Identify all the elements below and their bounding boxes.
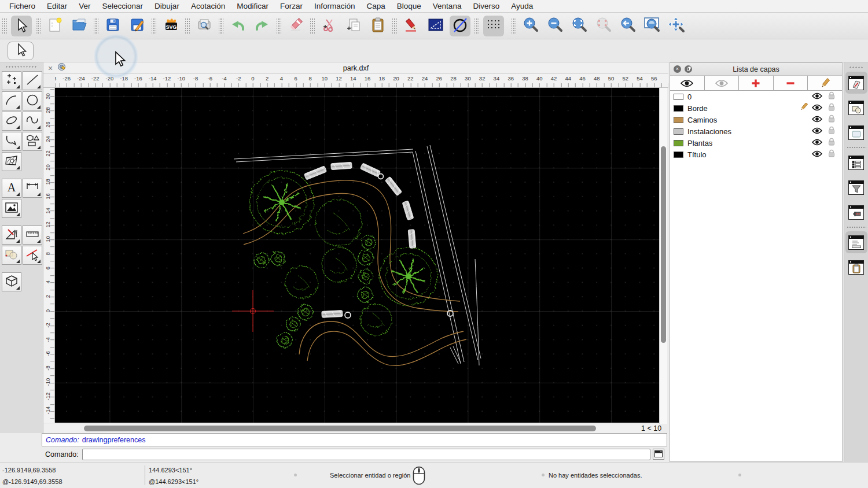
line-tool-button[interactable] (23, 71, 42, 90)
command-line-dock-button[interactable] (845, 231, 867, 253)
hide-all-layers-button[interactable] (705, 76, 740, 90)
toolbar-drag-handle[interactable] (36, 19, 41, 34)
open-file-button[interactable] (69, 16, 90, 36)
insert-image-button[interactable] (2, 199, 21, 218)
add-layer-button[interactable] (739, 76, 774, 90)
toolbar-drag-handle[interactable] (219, 19, 223, 34)
paste-button[interactable] (367, 16, 388, 36)
layer-row-0[interactable]: 0 (670, 91, 842, 102)
dimension-tool-button[interactable] (23, 179, 42, 198)
menu-modificar[interactable]: Modificar (231, 2, 274, 10)
toolbar-drag-handle[interactable] (310, 19, 315, 34)
layer-row-caminos[interactable]: Caminos (670, 114, 842, 125)
zoom-window-button[interactable] (642, 16, 663, 36)
menu-forzar[interactable]: Forzar (274, 2, 308, 10)
redo-button[interactable] (252, 16, 273, 36)
save-as-button[interactable] (127, 16, 148, 36)
edit-layer-button[interactable] (808, 76, 842, 90)
cut-button[interactable] (319, 16, 340, 36)
selection-window-button[interactable] (425, 16, 446, 36)
arc-tool-button[interactable] (2, 91, 21, 110)
new-document-button[interactable] (45, 16, 65, 36)
layer-visibility-toggle[interactable] (812, 149, 822, 160)
toolbar-drag-handle[interactable] (185, 19, 190, 34)
ellipse-tool-button[interactable] (2, 112, 21, 131)
block-list-dock-button[interactable] (845, 97, 867, 119)
modify-tool-button[interactable] (2, 246, 21, 265)
spline-tool-button[interactable] (23, 112, 42, 131)
toolbar-drag-handle[interactable] (277, 19, 281, 34)
vertical-scrollbar[interactable] (659, 88, 667, 424)
menu-ventana[interactable]: Ventana (427, 2, 468, 10)
selection-pointer-button[interactable] (8, 42, 34, 60)
panel-float-button[interactable] (685, 65, 692, 73)
layer-row-título[interactable]: Título (670, 149, 842, 160)
layer-visibility-toggle[interactable] (812, 138, 822, 148)
toolbar-drag-handle[interactable] (512, 19, 516, 34)
measure-tool-button[interactable] (23, 225, 42, 245)
circle-tool-button[interactable] (23, 91, 42, 110)
layer-visibility-toggle[interactable] (812, 103, 822, 113)
delete-entities-button[interactable] (285, 16, 306, 36)
zoom-pan-button[interactable] (666, 16, 687, 36)
copy-button[interactable] (343, 16, 364, 36)
filter-dock-button[interactable] (845, 176, 867, 198)
layer-lock-toggle[interactable] (828, 149, 835, 160)
entity-list-dock-button[interactable] (845, 151, 867, 173)
menu-bloque[interactable]: Bloque (391, 2, 427, 10)
show-all-layers-button[interactable] (670, 76, 705, 90)
layer-lock-toggle[interactable] (828, 91, 835, 102)
zoom-back-button[interactable] (617, 16, 638, 36)
layer-lock-toggle[interactable] (828, 126, 835, 136)
polygon-tool-button[interactable] (23, 132, 42, 151)
zoom-in-button[interactable] (520, 16, 541, 36)
print-preview-button[interactable] (194, 16, 215, 36)
layer-lock-toggle[interactable] (828, 114, 835, 125)
text-tool-button[interactable]: A (2, 179, 21, 198)
hatch-tool-button[interactable] (2, 152, 21, 171)
dock-drag-handle[interactable] (849, 66, 864, 69)
select-tool-button[interactable] (11, 16, 32, 36)
drawing-canvas[interactable] (55, 88, 659, 423)
toolbar-drag-handle[interactable] (152, 19, 156, 34)
layer-visibility-toggle[interactable] (812, 114, 822, 125)
points-tool-button[interactable] (2, 71, 21, 90)
menu-editar[interactable]: Editar (41, 2, 73, 10)
layer-row-borde[interactable]: Borde (670, 102, 842, 114)
pen-attributes-button[interactable] (401, 16, 422, 36)
layer-lock-toggle[interactable] (828, 138, 835, 148)
layer-list-dock-button[interactable] (845, 72, 867, 94)
toolbar-drag-handle[interactable] (475, 19, 479, 34)
menu-diverso[interactable]: Diverso (467, 2, 505, 10)
grid-toggle-button[interactable] (483, 16, 504, 36)
draft-mode-button[interactable] (450, 16, 470, 36)
menu-seleccionar[interactable]: Seleccionar (97, 2, 149, 10)
command-input[interactable] (82, 449, 650, 460)
menu-capa[interactable]: Capa (361, 2, 391, 10)
toolbar-drag-handle[interactable] (2, 19, 7, 34)
export-svg-button[interactable]: SVG (160, 16, 181, 36)
command-widget-button[interactable] (653, 449, 664, 460)
layer-row-plantas[interactable]: Plantas (670, 137, 842, 149)
zoom-out-button[interactable] (545, 16, 565, 36)
zoom-auto-button[interactable] (569, 16, 590, 36)
tab-title[interactable]: park.dxf (43, 64, 668, 72)
zoom-previous-button[interactable] (593, 16, 614, 36)
snap-select-button[interactable] (23, 246, 42, 265)
menu-fichero[interactable]: Fichero (3, 2, 41, 10)
clipboard-dock-button[interactable] (845, 256, 867, 278)
menu-dibujar[interactable]: Dibujar (149, 2, 185, 10)
layer-row-instalaciones[interactable]: Instalaciones (670, 125, 842, 137)
menu-ayuda[interactable]: Ayuda (505, 2, 539, 10)
layer-lock-toggle[interactable] (828, 103, 835, 113)
command-options-dock-button[interactable] (845, 201, 867, 223)
menu-información[interactable]: Información (308, 2, 361, 10)
layer-visibility-toggle[interactable] (812, 126, 822, 136)
cad-tools-button[interactable] (2, 225, 21, 245)
remove-layer-button[interactable] (774, 76, 808, 90)
toolbar-drag-handle[interactable] (392, 19, 397, 34)
polyline-tool-button[interactable] (2, 132, 21, 151)
vscroll-thumb[interactable] (661, 146, 666, 343)
undo-button[interactable] (227, 16, 248, 36)
palette-drag-handle[interactable] (5, 65, 38, 68)
